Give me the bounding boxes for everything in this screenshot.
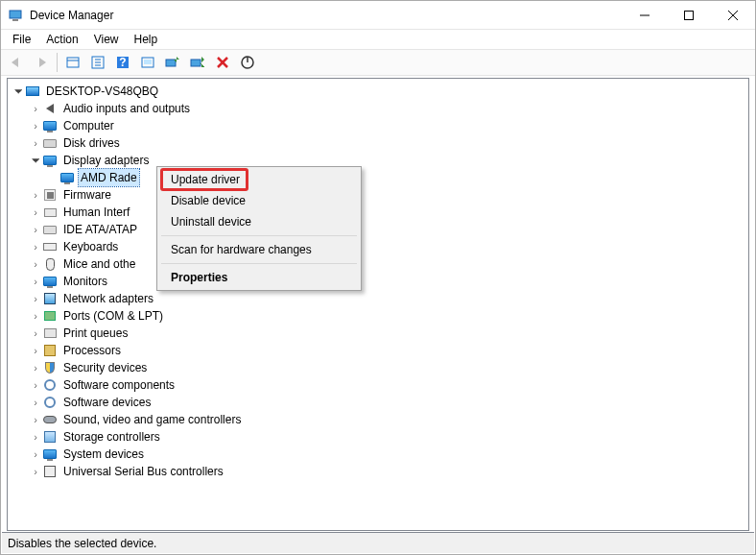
tree-item-firmware[interactable]: ›Firmware <box>12 186 748 204</box>
drive-icon <box>42 135 58 151</box>
tree-item-mice[interactable]: ›Mice and othe <box>12 255 748 273</box>
maximize-button[interactable] <box>667 1 711 30</box>
svg-rect-3 <box>685 11 694 19</box>
menu-view[interactable]: View <box>86 31 127 48</box>
chevron-right-icon[interactable]: › <box>29 359 42 376</box>
tree-item-label: Display adapters <box>61 152 151 169</box>
chevron-right-icon[interactable]: › <box>29 273 42 290</box>
device-tree-panel: ⏷ DESKTOP-VS48QBQ ›Audio inputs and outp… <box>7 78 749 531</box>
tree-item-system[interactable]: ›System devices <box>12 446 748 463</box>
chevron-right-icon[interactable]: › <box>29 325 42 342</box>
monitor-icon <box>42 118 58 133</box>
shield-icon <box>42 360 58 375</box>
chevron-right-icon[interactable]: › <box>29 428 42 446</box>
tree-item-audio[interactable]: ›Audio inputs and outputs <box>12 100 748 117</box>
storage-icon <box>42 429 58 445</box>
chevron-right-icon[interactable]: › <box>29 394 42 411</box>
chevron-right-icon[interactable]: › <box>29 117 42 134</box>
tree-item-network[interactable]: ›Network adapters <box>12 290 748 307</box>
tree-item-processors[interactable]: ›Processors <box>12 342 748 359</box>
chevron-right-icon[interactable]: › <box>29 307 42 325</box>
tree-item-softcomp[interactable]: ›Software components <box>12 376 748 394</box>
toolbar-separator <box>57 53 58 72</box>
chevron-down-icon[interactable]: ⏷ <box>12 83 25 100</box>
uninstall-device-button[interactable] <box>211 51 234 74</box>
menu-action[interactable]: Action <box>38 31 85 48</box>
port-icon <box>42 308 58 324</box>
tree-item-softdev[interactable]: ›Software devices <box>12 394 748 411</box>
context-item-label: Scan for hardware changes <box>171 243 312 256</box>
cpu-icon <box>42 343 58 358</box>
context-uninstall-device[interactable]: Uninstall device <box>159 211 359 232</box>
chevron-right-icon[interactable]: › <box>29 221 42 238</box>
context-properties[interactable]: Properties <box>159 267 359 288</box>
firmware-icon <box>42 187 58 203</box>
gear-icon <box>42 377 58 393</box>
tree-item-label: Human Interf <box>61 204 131 221</box>
tree-item-print[interactable]: ›Print queues <box>12 325 748 342</box>
audio-icon <box>42 101 58 116</box>
tree-item-display[interactable]: ⏷Display adapters <box>12 152 748 169</box>
chevron-right-icon[interactable]: › <box>29 446 42 463</box>
tree-item-ports[interactable]: ›Ports (COM & LPT) <box>12 307 748 325</box>
update-driver-button[interactable] <box>161 51 184 74</box>
chevron-right-icon[interactable]: › <box>29 204 42 221</box>
printer-icon <box>42 326 58 341</box>
context-disable-device[interactable]: Disable device <box>159 190 359 211</box>
tree-item-usb[interactable]: ›Universal Serial Bus controllers <box>12 463 748 480</box>
svg-text:?: ? <box>119 56 126 69</box>
tree-item-keyboards[interactable]: ›Keyboards <box>12 238 748 255</box>
tree-item-label: Network adapters <box>61 290 155 307</box>
context-separator <box>161 263 357 264</box>
close-button[interactable] <box>711 1 755 30</box>
chevron-right-icon[interactable]: › <box>29 463 42 480</box>
menu-file[interactable]: File <box>5 31 38 48</box>
usb-icon <box>42 464 58 479</box>
tree-item-disk[interactable]: ›Disk drives <box>12 134 748 152</box>
tree-item-hid[interactable]: ›Human Interf <box>12 204 748 221</box>
monitor-icon <box>42 446 58 462</box>
tree-item-computer[interactable]: ›Computer <box>12 117 748 134</box>
tree-item-sound[interactable]: ›Sound, video and game controllers <box>12 411 748 428</box>
chevron-right-icon[interactable]: › <box>29 100 42 117</box>
minimize-button[interactable] <box>623 1 667 30</box>
tree-item-label: AMD Rade <box>79 169 139 186</box>
context-item-label: Update driver <box>171 173 240 186</box>
computer-icon <box>25 84 40 99</box>
show-hidden-button[interactable] <box>61 51 84 74</box>
chevron-right-icon[interactable]: › <box>29 238 42 255</box>
app-icon <box>9 8 24 23</box>
disable-device-button[interactable] <box>186 51 209 74</box>
tree-item-display-child[interactable]: AMD Rade <box>12 169 748 186</box>
tree-item-storage[interactable]: ›Storage controllers <box>12 428 748 446</box>
context-item-label: Disable device <box>171 194 246 207</box>
back-button[interactable] <box>5 51 28 74</box>
network-icon <box>42 291 58 306</box>
chevron-right-icon[interactable]: › <box>29 290 42 307</box>
chevron-right-icon[interactable]: › <box>29 376 42 394</box>
context-update-driver[interactable]: Update driver <box>159 169 359 190</box>
chevron-right-icon[interactable]: › <box>29 411 42 428</box>
forward-button[interactable] <box>30 51 53 74</box>
keyboard-icon <box>42 239 58 254</box>
context-scan-hardware[interactable]: Scan for hardware changes <box>159 239 359 260</box>
svg-rect-6 <box>67 58 79 67</box>
chevron-right-icon[interactable]: › <box>29 186 42 204</box>
help-button[interactable]: ? <box>111 51 134 74</box>
tree-item-label: System devices <box>61 446 146 463</box>
enable-device-button[interactable] <box>236 51 259 74</box>
tree-item-ide[interactable]: ›IDE ATA/ATAP <box>12 221 748 238</box>
chevron-right-icon[interactable]: › <box>29 342 42 359</box>
hid-icon <box>42 205 58 220</box>
chevron-right-icon[interactable]: › <box>29 134 42 152</box>
chevron-down-icon[interactable]: ⏷ <box>29 152 42 169</box>
gamectl-icon <box>42 412 58 427</box>
menu-help[interactable]: Help <box>127 31 166 48</box>
chevron-right-icon[interactable]: › <box>29 255 42 273</box>
properties-button[interactable] <box>86 51 109 74</box>
tree-item-security[interactable]: ›Security devices <box>12 359 748 376</box>
tree-root[interactable]: ⏷ DESKTOP-VS48QBQ <box>12 83 748 100</box>
tree-item-monitors[interactable]: ›Monitors <box>12 273 748 290</box>
device-tree[interactable]: ⏷ DESKTOP-VS48QBQ ›Audio inputs and outp… <box>8 79 748 484</box>
scan-button[interactable] <box>136 51 159 74</box>
